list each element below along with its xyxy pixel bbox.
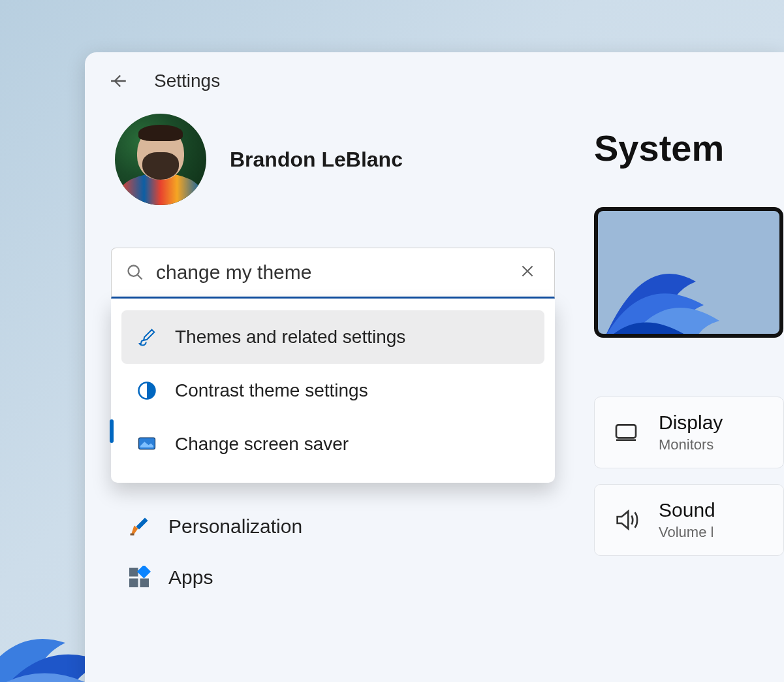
sidebar-item-personalization[interactable]: Personalization xyxy=(111,501,555,552)
apps-icon xyxy=(127,565,151,590)
sidebar: Brandon LeBlanc Themes a xyxy=(111,114,555,682)
contrast-icon xyxy=(136,380,158,402)
suggestion-label: Contrast theme settings xyxy=(175,380,368,401)
avatar xyxy=(115,114,206,205)
window-title: Settings xyxy=(154,71,220,91)
display-icon xyxy=(612,419,640,446)
search-icon xyxy=(126,263,144,282)
svg-rect-7 xyxy=(129,579,138,588)
card-title: Sound xyxy=(659,499,715,521)
titlebar: Settings xyxy=(85,52,784,101)
svg-rect-6 xyxy=(140,579,149,588)
main-content: System Display Monitors xyxy=(594,114,784,682)
sound-icon xyxy=(612,507,640,533)
suggestion-contrast[interactable]: Contrast theme settings xyxy=(121,364,544,417)
suggestion-label: Change screen saver xyxy=(175,434,349,455)
suggestion-screensaver[interactable]: Change screen saver xyxy=(121,417,544,471)
card-title: Display xyxy=(659,412,723,434)
search-container: Themes and related settings Contrast the… xyxy=(111,248,555,483)
paint-icon xyxy=(127,514,151,539)
selection-indicator xyxy=(110,419,114,443)
card-subtitle: Monitors xyxy=(659,436,723,453)
user-name: Brandon LeBlanc xyxy=(230,148,403,172)
screensaver-icon xyxy=(136,433,158,455)
card-subtitle: Volume l xyxy=(659,524,715,541)
settings-window: Settings Brandon LeBlanc xyxy=(85,52,784,682)
user-profile[interactable]: Brandon LeBlanc xyxy=(111,114,555,205)
device-preview[interactable] xyxy=(594,207,783,338)
search-input[interactable] xyxy=(144,261,515,284)
arrow-left-icon xyxy=(106,70,129,92)
clear-search-button[interactable] xyxy=(515,259,540,286)
svg-rect-9 xyxy=(616,425,636,438)
setting-card-display[interactable]: Display Monitors xyxy=(594,397,784,468)
search-box xyxy=(111,248,555,299)
suggestion-label: Themes and related settings xyxy=(175,327,405,348)
nav-label: Personalization xyxy=(168,515,302,538)
svg-point-0 xyxy=(129,266,139,276)
close-icon xyxy=(519,263,536,280)
back-button[interactable] xyxy=(104,68,131,94)
nav-list: Personalization Apps xyxy=(111,501,555,603)
sidebar-item-apps[interactable]: Apps xyxy=(111,552,555,603)
wallpaper-preview-icon xyxy=(594,207,735,338)
nav-label: Apps xyxy=(168,566,213,589)
svg-rect-5 xyxy=(129,568,138,577)
svg-rect-8 xyxy=(137,566,151,579)
svg-rect-4 xyxy=(131,534,134,536)
suggestion-themes[interactable]: Themes and related settings xyxy=(121,310,544,364)
brush-icon xyxy=(136,326,158,348)
search-suggestions: Themes and related settings Contrast the… xyxy=(111,299,555,483)
setting-card-sound[interactable]: Sound Volume l xyxy=(594,484,784,556)
page-title: System xyxy=(594,127,784,169)
